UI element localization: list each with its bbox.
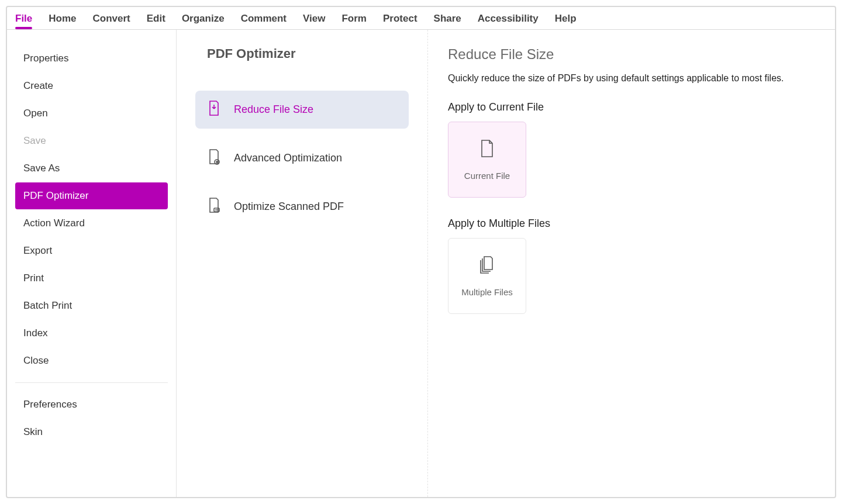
sidebar-item-batch-print[interactable]: Batch Print [15,292,168,319]
menu-view[interactable]: View [303,12,325,28]
menu-share[interactable]: Share [434,12,461,28]
menu-help[interactable]: Help [555,12,577,28]
sidebar-item-preferences[interactable]: Preferences [15,391,168,418]
menu-file[interactable]: File [15,12,32,28]
detail-panel: Reduce File Size Quickly reduce the size… [428,30,835,497]
option-label: Reduce File Size [234,103,313,116]
sidebar-item-properties[interactable]: Properties [15,45,168,72]
optimize-scanned-pdf-icon [207,197,221,216]
card-label: Current File [464,171,510,181]
sidebar-item-open[interactable]: Open [15,100,168,127]
menu-accessibility[interactable]: Accessibility [478,12,539,28]
sidebar-item-save: Save [15,127,168,154]
app-frame: File Home Convert Edit Organize Comment … [6,6,836,498]
section-current-file-label: Apply to Current File [448,101,815,113]
sidebar-item-skin[interactable]: Skin [15,419,168,446]
menu-protect[interactable]: Protect [383,12,417,28]
panel-title: PDF Optimizer [207,46,409,61]
sidebar-item-index[interactable]: Index [15,320,168,347]
file-icon [479,139,495,160]
optimizer-panel: PDF Optimizer Reduce File Size [177,30,428,497]
option-reduce-file-size[interactable]: Reduce File Size [195,91,409,129]
body: Properties Create Open Save Save As PDF … [7,30,835,497]
menu-edit[interactable]: Edit [147,12,165,28]
sidebar-item-export[interactable]: Export [15,237,168,264]
sidebar-item-close[interactable]: Close [15,347,168,374]
sidebar-item-action-wizard[interactable]: Action Wizard [15,210,168,237]
section-multiple-files-label: Apply to Multiple Files [448,218,815,230]
sidebar-item-pdf-optimizer[interactable]: PDF Optimizer [15,182,168,209]
advanced-optimization-icon [207,149,221,168]
card-label: Multiple Files [461,287,513,297]
sidebar-item-print[interactable]: Print [15,265,168,292]
reduce-file-size-icon [207,100,221,119]
option-advanced-optimization[interactable]: Advanced Optimization [195,139,409,177]
menu-convert[interactable]: Convert [93,12,130,28]
option-optimize-scanned-pdf[interactable]: Optimize Scanned PDF [195,188,409,226]
sidebar-item-save-as[interactable]: Save As [15,155,168,182]
detail-title: Reduce File Size [448,46,815,63]
menubar: File Home Convert Edit Organize Comment … [7,7,835,30]
apply-current-file-card[interactable]: Current File [448,122,526,198]
option-label: Optimize Scanned PDF [234,201,344,213]
file-sidebar: Properties Create Open Save Save As PDF … [7,30,177,497]
option-label: Advanced Optimization [234,152,342,164]
sidebar-item-create[interactable]: Create [15,73,168,99]
detail-description: Quickly reduce the size of PDFs by using… [448,73,815,84]
files-stack-icon [478,256,496,277]
menu-form[interactable]: Form [341,12,367,28]
sidebar-divider [15,382,168,383]
menu-home[interactable]: Home [49,12,76,28]
apply-multiple-files-card[interactable]: Multiple Files [448,238,526,314]
svg-point-1 [216,161,218,163]
menu-comment[interactable]: Comment [241,12,287,28]
menu-organize[interactable]: Organize [182,12,225,28]
